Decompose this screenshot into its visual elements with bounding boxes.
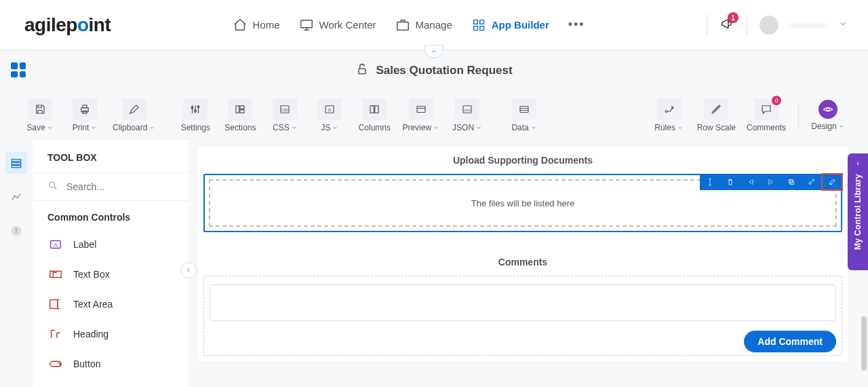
svg-rect-3: [479, 20, 484, 24]
control-label-text: Label: [73, 239, 96, 250]
pencil-icon: [122, 98, 146, 120]
control-label-text: Button: [73, 358, 100, 369]
svg-text:JS: JS: [328, 109, 332, 112]
label-icon: A: [47, 236, 64, 253]
rail-controls[interactable]: [5, 152, 27, 174]
chevron-left-icon: ‹: [856, 159, 859, 167]
control-button[interactable]: Button: [33, 349, 189, 379]
svg-rect-5: [479, 26, 484, 30]
rail-analytics[interactable]: [5, 186, 27, 208]
control-label-text: Text Area: [73, 299, 113, 310]
clipboard-button[interactable]: Clipboard: [110, 94, 158, 136]
home-icon: [233, 18, 248, 33]
heading-icon: [47, 326, 64, 342]
svg-rect-20: [370, 106, 374, 113]
control-label[interactable]: A Label: [33, 229, 189, 259]
ruler-icon: [704, 98, 728, 120]
divider: [798, 102, 799, 129]
nav-label: Manage: [416, 19, 452, 31]
toolbox-title: TOOL BOX: [33, 152, 189, 172]
page-title: Sales Quotation Request: [376, 64, 512, 77]
print-icon: [73, 98, 97, 120]
lock-open-icon: [355, 62, 369, 79]
element-link-button[interactable]: [802, 174, 822, 190]
nav-manage[interactable]: Manage: [395, 18, 452, 33]
svg-rect-6: [359, 69, 366, 74]
svg-rect-14: [240, 106, 244, 109]
svg-rect-21: [375, 106, 378, 113]
upload-area-selected[interactable]: The files will be listed here: [203, 174, 842, 232]
design-button[interactable]: Design: [808, 96, 848, 135]
apps-grid-button[interactable]: [11, 62, 27, 79]
element-copy-button[interactable]: [781, 174, 802, 190]
svg-rect-25: [520, 107, 528, 113]
json-button[interactable]: JSON JSON: [448, 94, 487, 136]
nav-app-builder[interactable]: App Builder: [471, 18, 549, 33]
button-icon: [47, 356, 64, 372]
json-icon: JSON: [455, 98, 479, 120]
grid-icon: [471, 18, 486, 33]
control-textarea[interactable]: Text Area: [33, 289, 189, 319]
rail-text[interactable]: T: [5, 220, 27, 242]
save-icon: [28, 98, 52, 120]
svg-rect-29: [12, 162, 21, 164]
scrollbar[interactable]: [861, 316, 867, 371]
svg-text:CSS: CSS: [282, 109, 288, 112]
svg-point-42: [813, 179, 814, 181]
nav-label: App Builder: [492, 19, 549, 31]
add-comment-button[interactable]: Add Comment: [744, 331, 836, 352]
columns-icon: [362, 98, 387, 120]
settings-button[interactable]: Settings: [176, 94, 215, 136]
element-insert-right-button[interactable]: [761, 174, 781, 190]
controls-section-label: Common Controls: [33, 201, 189, 229]
element-delete-button[interactable]: [720, 174, 741, 190]
upload-section-title: Upload Supporting Documents: [198, 147, 848, 174]
nav-label: Work Center: [319, 19, 376, 31]
nav-home[interactable]: Home: [233, 18, 280, 33]
my-control-library-tab[interactable]: ‹ My Control Library: [848, 153, 868, 270]
comments-button[interactable]: 0 Comments: [744, 94, 789, 136]
svg-text:A: A: [54, 242, 58, 248]
notification-count: 1: [728, 12, 738, 23]
logo: agilepoint: [24, 14, 111, 36]
data-button[interactable]: Data: [505, 94, 544, 136]
js-button[interactable]: JS JS: [310, 94, 349, 136]
control-heading[interactable]: Heading: [33, 319, 189, 349]
rules-button[interactable]: Rules: [650, 94, 689, 136]
svg-rect-30: [12, 166, 21, 168]
nav-work-center[interactable]: Work Center: [299, 18, 376, 33]
preview-button[interactable]: Preview: [399, 94, 442, 136]
print-button[interactable]: Print: [65, 94, 104, 136]
columns-button[interactable]: Columns: [355, 94, 394, 136]
svg-rect-13: [236, 106, 239, 113]
svg-rect-15: [240, 110, 244, 113]
css-button[interactable]: CSS CSS: [265, 94, 304, 136]
control-textbox[interactable]: Text Box: [33, 259, 189, 289]
sliders-icon: [183, 98, 208, 120]
comments-count: 0: [772, 96, 781, 105]
user-name: ————: [791, 20, 826, 30]
save-button[interactable]: Save: [20, 94, 60, 136]
control-label-text: Heading: [73, 329, 108, 339]
svg-rect-39: [789, 180, 793, 183]
search-icon: [47, 181, 58, 194]
sections-button[interactable]: Sections: [220, 94, 260, 136]
svg-rect-1: [397, 22, 408, 30]
nav-label: Home: [253, 19, 280, 31]
avatar[interactable]: [760, 16, 778, 35]
side-tab-label: My Control Library: [853, 174, 863, 250]
control-label-text: Text Box: [73, 269, 110, 280]
svg-point-33: [50, 182, 55, 187]
comments-textarea[interactable]: [210, 284, 836, 321]
rules-icon: [657, 98, 682, 120]
element-insert-left-button[interactable]: [741, 174, 761, 190]
row-scale-button[interactable]: Row Scale: [694, 94, 738, 136]
element-edit-button[interactable]: [822, 174, 842, 190]
data-icon: [512, 98, 536, 120]
element-move-button[interactable]: [700, 174, 720, 190]
user-menu-chevron[interactable]: [838, 19, 848, 31]
nav-more[interactable]: •••: [568, 18, 585, 32]
toolbox-collapse-button[interactable]: [180, 262, 197, 278]
search-input[interactable]: [47, 173, 174, 200]
notifications-button[interactable]: 1: [719, 16, 734, 33]
